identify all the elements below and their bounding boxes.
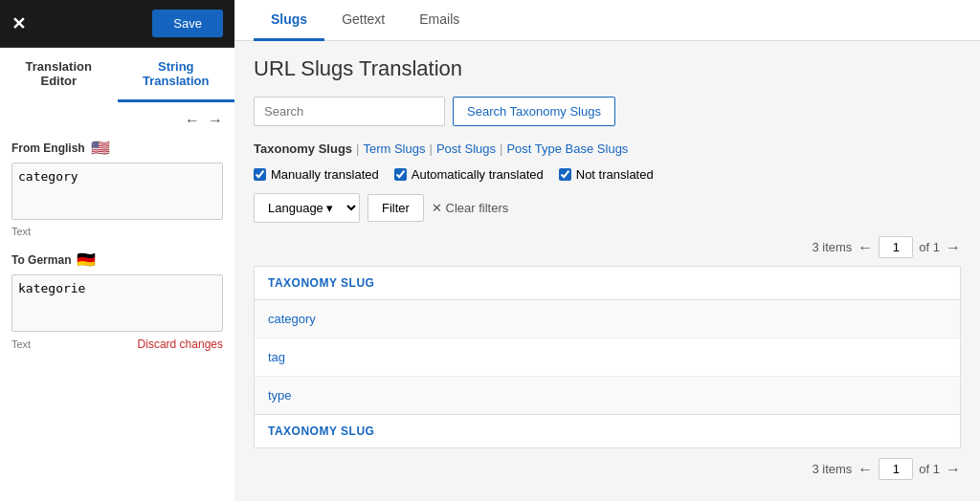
right-panel: Slugs Gettext Emails URL Slugs Translati… — [234, 0, 980, 501]
table-cell-slug[interactable]: category — [255, 300, 961, 338]
automatically-translated-checkbox-label[interactable]: Automatically translated — [394, 167, 544, 182]
checkbox-row: Manually translated Automatically transl… — [254, 167, 961, 182]
clear-filters-button[interactable]: ✕ Clear filters — [432, 201, 508, 215]
table-cell-slug[interactable]: tag — [255, 338, 961, 377]
items-count-bottom: 3 items — [812, 462, 852, 476]
to-label-text: To German — [11, 253, 71, 267]
filter-links: Taxonomy Slugs | Term Slugs | Post Slugs… — [254, 142, 961, 156]
to-label: To German 🇩🇪 — [11, 250, 223, 269]
page-input-top[interactable] — [879, 236, 913, 258]
not-translated-checkbox[interactable] — [559, 168, 571, 181]
search-taxonomy-button[interactable]: Search Taxonomy Slugs — [453, 97, 615, 126]
table-row[interactable]: type — [255, 377, 961, 415]
post-type-base-slugs-link[interactable]: Post Type Base Slugs — [506, 142, 628, 156]
post-slugs-link[interactable]: Post Slugs — [436, 142, 496, 156]
tab-slugs[interactable]: Slugs — [254, 0, 324, 41]
from-label: From English 🇺🇸 — [11, 139, 223, 157]
left-panel: ✕ Save Translation Editor String Transla… — [0, 0, 234, 501]
save-button[interactable]: Save — [152, 10, 223, 37]
to-flag: 🇩🇪 — [77, 250, 96, 269]
filter-button[interactable]: Filter — [368, 194, 424, 222]
tab-string-translation[interactable]: String Translation — [118, 48, 235, 102]
nav-back-button[interactable]: ← — [185, 112, 200, 129]
manually-translated-checkbox[interactable] — [254, 168, 266, 181]
prev-page-bottom-button[interactable]: ← — [858, 461, 873, 478]
filter-row: Language ▾ Filter ✕ Clear filters — [254, 193, 961, 223]
left-tab-bar: Translation Editor String Translation — [0, 48, 234, 102]
tab-emails[interactable]: Emails — [402, 0, 477, 41]
automatically-translated-label: Automatically translated — [412, 167, 544, 182]
nav-arrows: ← → — [11, 112, 223, 129]
items-count-top: 3 items — [812, 240, 852, 254]
table-header: TAXONOMY SLUG — [255, 267, 961, 300]
manually-translated-label: Manually translated — [271, 167, 379, 182]
tab-translation-editor[interactable]: Translation Editor — [0, 48, 118, 102]
from-type-label: Text — [11, 226, 223, 237]
page-input-bottom[interactable] — [879, 458, 913, 480]
term-slugs-link[interactable]: Term Slugs — [363, 142, 425, 156]
close-icon[interactable]: ✕ — [11, 13, 26, 34]
nav-forward-button[interactable]: → — [208, 112, 223, 129]
right-content: URL Slugs Translation Search Taxonomy Sl… — [234, 41, 980, 501]
search-row: Search Taxonomy Slugs — [254, 97, 961, 126]
next-page-bottom-button[interactable]: → — [946, 461, 961, 478]
to-german-textarea[interactable] — [11, 274, 223, 332]
page-of-bottom: of 1 — [919, 462, 940, 476]
right-tab-bar: Slugs Gettext Emails — [234, 0, 980, 41]
table-row[interactable]: category — [255, 300, 961, 338]
discard-changes-link[interactable]: Discard changes — [138, 338, 223, 351]
table-footer: TAXONOMY SLUG — [255, 415, 961, 448]
data-table: TAXONOMY SLUG categorytagtype TAXONOMY S… — [254, 266, 961, 448]
prev-page-top-button[interactable]: ← — [858, 239, 873, 256]
from-flag: 🇺🇸 — [91, 139, 110, 157]
pagination-top: 3 items ← of 1 → — [254, 236, 961, 258]
table-row[interactable]: tag — [255, 338, 961, 377]
not-translated-label: Not translated — [576, 167, 654, 182]
manually-translated-checkbox-label[interactable]: Manually translated — [254, 167, 379, 182]
left-content: ← → From English 🇺🇸 Text To German 🇩🇪 Te… — [0, 102, 234, 501]
next-page-top-button[interactable]: → — [946, 239, 961, 256]
from-english-textarea[interactable] — [11, 163, 223, 220]
from-label-text: From English — [11, 142, 85, 155]
not-translated-checkbox-label[interactable]: Not translated — [559, 167, 654, 182]
tab-gettext[interactable]: Gettext — [324, 0, 402, 41]
pagination-bottom: 3 items ← of 1 → — [254, 458, 961, 480]
table-body: categorytagtype — [255, 300, 961, 415]
page-title: URL Slugs Translation — [254, 56, 961, 81]
filter-links-label: Taxonomy Slugs — [254, 142, 352, 156]
page-of-top: of 1 — [919, 240, 940, 254]
to-type-label: Text Discard changes — [11, 338, 223, 351]
table-cell-slug[interactable]: type — [255, 377, 961, 415]
top-bar: ✕ Save — [0, 0, 234, 48]
automatically-translated-checkbox[interactable] — [394, 168, 407, 181]
language-dropdown[interactable]: Language ▾ — [254, 193, 360, 223]
search-input[interactable] — [254, 97, 445, 126]
